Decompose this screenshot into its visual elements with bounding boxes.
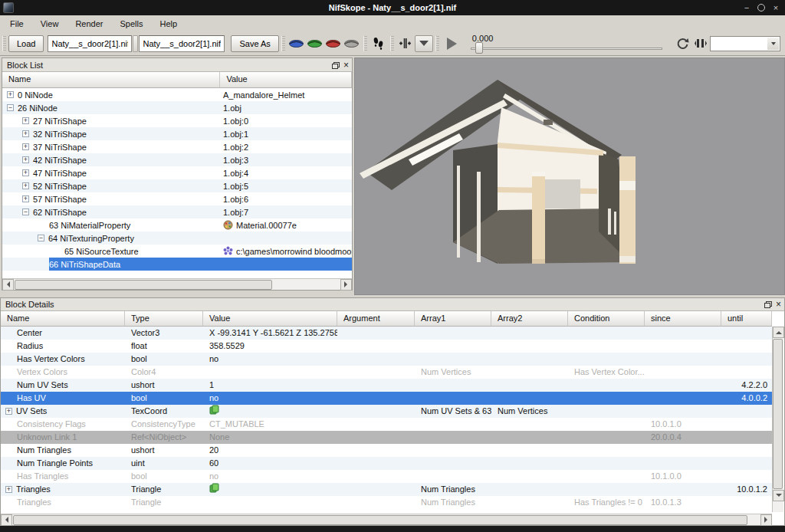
menu-view[interactable]: View	[32, 18, 67, 30]
scroll-left-icon[interactable]	[1, 514, 12, 526]
scroll-right-icon[interactable]	[340, 279, 352, 291]
draw-constraints-icon[interactable]	[343, 35, 361, 52]
chevron-down-icon[interactable]	[767, 38, 779, 50]
block-list-row[interactable]: −26 NiNode1.obj	[2, 101, 352, 114]
toolbar-handle[interactable]	[390, 36, 394, 51]
close-panel-icon[interactable]: ×	[776, 300, 781, 308]
minimize-button[interactable]: −	[741, 2, 753, 14]
block-list-row[interactable]: +32 NiTriShape1.obj:1	[2, 127, 352, 140]
save-as-button[interactable]: Save As	[231, 35, 278, 52]
viewport-3d[interactable]	[354, 57, 785, 295]
scrollbar-thumb[interactable]	[15, 280, 272, 290]
animation-select[interactable]	[710, 36, 780, 51]
time-slider[interactable]	[471, 48, 662, 50]
scrollbar-thumb[interactable]	[13, 515, 747, 525]
column-header-argument[interactable]: Argument	[337, 311, 415, 326]
tree-expander-icon[interactable]: +	[7, 91, 14, 98]
toolbar-handle[interactable]	[435, 36, 439, 51]
column-header-value[interactable]: Value	[220, 72, 352, 87]
tree-expander-icon[interactable]: +	[22, 143, 29, 150]
anim-switch-icon[interactable]	[691, 35, 710, 52]
tree-expander-icon[interactable]: +	[5, 408, 12, 415]
tree-expander-icon[interactable]: −	[7, 104, 14, 111]
scroll-down-icon[interactable]	[773, 490, 784, 501]
scroll-right-icon[interactable]	[760, 514, 772, 526]
load-button[interactable]: Load	[8, 35, 44, 52]
tree-expander-icon[interactable]: −	[38, 235, 44, 241]
draw-nodes-icon[interactable]	[306, 35, 324, 52]
block-details-row[interactable]: Unknown Link 1Ref<NiObject>None20.0.0.4	[1, 431, 772, 444]
block-details-row[interactable]: Num UV Setsushort14.2.2.0	[1, 379, 772, 392]
target-file-input[interactable]	[139, 35, 225, 52]
draw-havok-icon[interactable]	[324, 35, 343, 52]
restore-button[interactable]	[757, 4, 765, 11]
block-details-row[interactable]: Has Trianglesboolno10.1.0.0	[1, 470, 772, 483]
scrollbar-thumb[interactable]	[773, 339, 783, 489]
column-header-since[interactable]: since	[645, 311, 721, 326]
tree-expander-icon[interactable]: −	[22, 209, 29, 215]
title-bar[interactable]: NifSkope - Naty__s_door2[1].nif − ×	[0, 0, 785, 15]
block-list-header[interactable]: NameValue	[2, 72, 352, 88]
block-list-row[interactable]: 66 NiTriShapeData	[2, 258, 352, 271]
menu-render[interactable]: Render	[67, 18, 111, 30]
float-panel-icon[interactable]	[332, 62, 339, 68]
time-slider-thumb[interactable]	[475, 42, 483, 54]
tree-expander-icon[interactable]: +	[22, 130, 29, 137]
block-list-row[interactable]: 65 NiSourceTexturec:\games\morrowind blo…	[2, 245, 352, 258]
block-list-titlebar[interactable]: Block List ×	[2, 58, 352, 72]
block-details-row[interactable]: CenterVector3X -99.3141 Y -61.5621 Z 135…	[1, 327, 772, 340]
block-details-row[interactable]: Has Vertex Colorsboolno	[1, 353, 772, 366]
close-button[interactable]: ×	[770, 2, 782, 14]
column-header-until[interactable]: until	[721, 311, 772, 326]
tree-expander-icon[interactable]: +	[22, 195, 29, 202]
block-list-row[interactable]: 63 NiMaterialPropertyMaterial.00077e	[2, 218, 352, 232]
block-list-row[interactable]: +52 NiTriShape1.obj:5	[2, 179, 352, 192]
block-details-row[interactable]: Num Triangle Pointsuint60	[1, 457, 772, 470]
column-header-array2[interactable]: Array2	[491, 311, 568, 326]
block-list-row[interactable]: +0 NiNodeA_mandalore_Helmet	[2, 88, 352, 101]
menu-spells[interactable]: Spells	[111, 18, 151, 30]
block-list-row[interactable]: +27 NiTriShape1.obj:0	[2, 114, 352, 127]
block-details-row[interactable]: +TrianglesTriangleNum Triangles10.0.1.2	[1, 483, 772, 496]
block-details-hscrollbar[interactable]	[1, 514, 772, 525]
draw-axes-icon[interactable]	[287, 35, 306, 52]
tree-expander-icon[interactable]: +	[22, 182, 29, 189]
loop-icon[interactable]	[673, 35, 691, 52]
block-details-vscrollbar[interactable]	[772, 327, 783, 512]
column-header-condition[interactable]: Condition	[568, 311, 645, 326]
block-details-row[interactable]: Vertex ColorsColor4Num VerticesHas Verte…	[1, 366, 772, 379]
block-list-row[interactable]: +47 NiTriShape1.obj:4	[2, 166, 352, 179]
block-list-hscrollbar[interactable]	[2, 278, 352, 290]
tree-expander-icon[interactable]: +	[22, 117, 29, 124]
block-details-row[interactable]: Num Trianglesushort20	[1, 444, 772, 457]
toolbar-handle[interactable]	[2, 36, 6, 51]
block-details-row[interactable]: Has UVboolno4.0.0.2	[1, 392, 772, 405]
column-header-type[interactable]: Type	[125, 311, 203, 326]
menu-file[interactable]: File	[2, 18, 32, 30]
block-list-row[interactable]: +37 NiTriShape1.obj:2	[2, 140, 352, 153]
block-details-row[interactable]: TrianglesTriangleNum TrianglesHas Triang…	[1, 496, 772, 509]
block-list-row[interactable]: −64 NiTexturingProperty	[2, 232, 352, 245]
view-dropdown-button[interactable]	[415, 35, 433, 52]
block-details-row[interactable]: Radiusfloat358.5529	[1, 340, 772, 353]
float-panel-icon[interactable]	[764, 301, 771, 307]
toolbar-handle[interactable]	[281, 36, 285, 51]
block-list-row[interactable]: +42 NiTriShape1.obj:3	[2, 153, 352, 166]
footsteps-icon[interactable]	[370, 35, 388, 52]
block-details-titlebar[interactable]: Block Details ×	[1, 298, 784, 311]
scroll-up-icon[interactable]	[773, 327, 784, 338]
block-list-row[interactable]: +57 NiTriShape1.obj:6	[2, 192, 352, 205]
block-details-row[interactable]: Consistency FlagsConsistencyTypeCT_MUTAB…	[1, 418, 772, 431]
column-header-array1[interactable]: Array1	[415, 311, 491, 326]
column-header-value[interactable]: Value	[203, 311, 337, 326]
tree-expander-icon[interactable]: +	[22, 156, 29, 163]
column-header-name[interactable]: Name	[1, 311, 125, 326]
center-view-icon[interactable]	[396, 35, 415, 52]
block-details-header[interactable]: NameTypeValueArgumentArray1Array2Conditi…	[1, 311, 772, 327]
play-button[interactable]	[442, 35, 465, 52]
block-list-row[interactable]: −62 NiTriShape1.obj:7	[2, 205, 352, 218]
column-header-name[interactable]: Name	[2, 72, 220, 87]
close-panel-icon[interactable]: ×	[343, 61, 349, 69]
block-details-row[interactable]: +UV SetsTexCoordNum UV Sets & 63Num Vert…	[1, 405, 772, 418]
filename-splitter[interactable]	[133, 35, 138, 52]
